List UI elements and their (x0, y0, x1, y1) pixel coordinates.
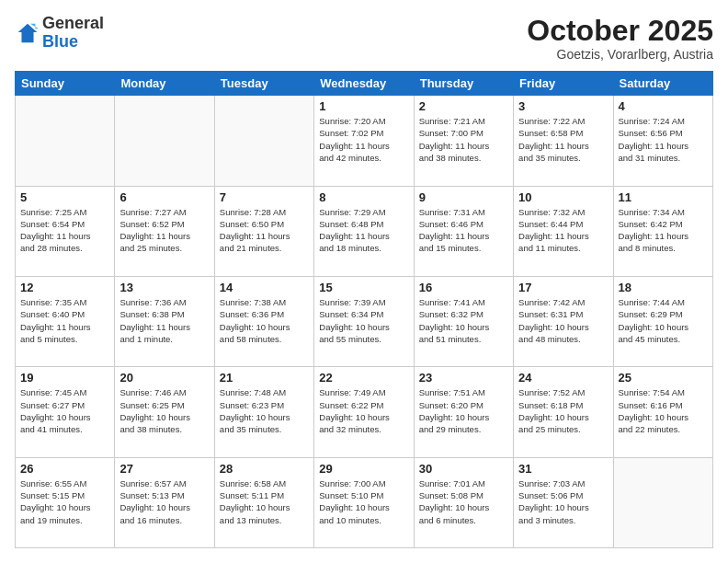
calendar-cell: 27Sunrise: 6:57 AM Sunset: 5:13 PM Dayli… (115, 457, 214, 547)
col-friday: Friday (514, 72, 613, 96)
calendar-cell: 1Sunrise: 7:20 AM Sunset: 7:02 PM Daylig… (314, 96, 414, 186)
calendar-cell: 7Sunrise: 7:28 AM Sunset: 6:50 PM Daylig… (214, 186, 313, 276)
day-info: Sunrise: 7:29 AM Sunset: 6:48 PM Dayligh… (319, 206, 408, 255)
day-number: 11 (619, 190, 708, 204)
calendar-cell (214, 96, 313, 186)
calendar-week-2: 12Sunrise: 7:35 AM Sunset: 6:40 PM Dayli… (16, 276, 713, 366)
svg-marker-0 (18, 24, 38, 43)
col-tuesday: Tuesday (214, 72, 313, 96)
day-number: 14 (220, 281, 309, 294)
col-wednesday: Wednesday (314, 72, 414, 96)
calendar-header-row: Sunday Monday Tuesday Wednesday Thursday… (16, 72, 713, 96)
day-number: 9 (419, 190, 508, 204)
day-number: 31 (518, 462, 608, 476)
calendar-week-3: 19Sunrise: 7:45 AM Sunset: 6:27 PM Dayli… (16, 367, 713, 457)
day-info: Sunrise: 7:34 AM Sunset: 6:42 PM Dayligh… (619, 206, 708, 255)
day-number: 5 (20, 190, 109, 204)
day-number: 21 (220, 371, 309, 385)
calendar-cell: 20Sunrise: 7:46 AM Sunset: 6:25 PM Dayli… (115, 367, 214, 457)
logo: General Blue (15, 15, 104, 52)
col-monday: Monday (115, 72, 214, 96)
day-number: 16 (419, 281, 508, 294)
day-number: 26 (20, 462, 109, 476)
day-number: 13 (119, 281, 209, 294)
calendar-cell: 21Sunrise: 7:48 AM Sunset: 6:23 PM Dayli… (214, 367, 313, 457)
day-info: Sunrise: 7:27 AM Sunset: 6:52 PM Dayligh… (119, 206, 209, 255)
calendar-cell: 30Sunrise: 7:01 AM Sunset: 5:08 PM Dayli… (414, 457, 513, 547)
calendar-cell: 8Sunrise: 7:29 AM Sunset: 6:48 PM Daylig… (314, 186, 414, 276)
day-info: Sunrise: 7:22 AM Sunset: 6:58 PM Dayligh… (518, 115, 608, 164)
day-info: Sunrise: 7:38 AM Sunset: 6:36 PM Dayligh… (220, 296, 309, 345)
calendar-week-0: 1Sunrise: 7:20 AM Sunset: 7:02 PM Daylig… (16, 96, 713, 186)
col-thursday: Thursday (414, 72, 513, 96)
day-info: Sunrise: 7:35 AM Sunset: 6:40 PM Dayligh… (20, 296, 109, 345)
day-number: 17 (518, 281, 608, 294)
logo-icon (15, 20, 40, 46)
day-info: Sunrise: 7:32 AM Sunset: 6:44 PM Dayligh… (518, 206, 608, 255)
calendar-cell: 25Sunrise: 7:54 AM Sunset: 6:16 PM Dayli… (613, 367, 712, 457)
day-number: 27 (119, 462, 209, 476)
calendar-cell: 4Sunrise: 7:24 AM Sunset: 6:56 PM Daylig… (613, 96, 712, 186)
day-info: Sunrise: 7:01 AM Sunset: 5:08 PM Dayligh… (419, 477, 508, 526)
day-number: 10 (518, 190, 608, 204)
calendar-cell: 17Sunrise: 7:42 AM Sunset: 6:31 PM Dayli… (514, 276, 613, 366)
day-info: Sunrise: 6:58 AM Sunset: 5:11 PM Dayligh… (220, 477, 309, 526)
day-number: 2 (419, 99, 508, 113)
day-number: 19 (20, 371, 109, 385)
day-info: Sunrise: 7:44 AM Sunset: 6:29 PM Dayligh… (619, 296, 708, 345)
calendar-table: Sunday Monday Tuesday Wednesday Thursday… (15, 71, 713, 548)
calendar-cell: 29Sunrise: 7:00 AM Sunset: 5:10 PM Dayli… (314, 457, 414, 547)
day-info: Sunrise: 7:48 AM Sunset: 6:23 PM Dayligh… (220, 386, 309, 435)
day-info: Sunrise: 7:20 AM Sunset: 7:02 PM Dayligh… (319, 115, 408, 164)
calendar-cell: 2Sunrise: 7:21 AM Sunset: 7:00 PM Daylig… (414, 96, 513, 186)
calendar-cell: 9Sunrise: 7:31 AM Sunset: 6:46 PM Daylig… (414, 186, 513, 276)
day-info: Sunrise: 7:36 AM Sunset: 6:38 PM Dayligh… (119, 296, 209, 345)
calendar-cell (115, 96, 214, 186)
calendar-cell: 26Sunrise: 6:55 AM Sunset: 5:15 PM Dayli… (16, 457, 115, 547)
day-info: Sunrise: 7:31 AM Sunset: 6:46 PM Dayligh… (419, 206, 508, 255)
day-info: Sunrise: 7:03 AM Sunset: 5:06 PM Dayligh… (518, 477, 608, 526)
day-number: 29 (319, 462, 408, 476)
calendar-cell: 12Sunrise: 7:35 AM Sunset: 6:40 PM Dayli… (16, 276, 115, 366)
day-number: 12 (20, 281, 109, 294)
calendar-cell: 24Sunrise: 7:52 AM Sunset: 6:18 PM Dayli… (514, 367, 613, 457)
day-info: Sunrise: 7:39 AM Sunset: 6:34 PM Dayligh… (319, 296, 408, 345)
header: General Blue October 2025 Goetzis, Vorar… (15, 15, 713, 62)
calendar-week-1: 5Sunrise: 7:25 AM Sunset: 6:54 PM Daylig… (16, 186, 713, 276)
calendar-cell: 15Sunrise: 7:39 AM Sunset: 6:34 PM Dayli… (314, 276, 414, 366)
day-info: Sunrise: 6:55 AM Sunset: 5:15 PM Dayligh… (20, 477, 109, 526)
day-info: Sunrise: 7:52 AM Sunset: 6:18 PM Dayligh… (518, 386, 608, 435)
calendar-cell: 22Sunrise: 7:49 AM Sunset: 6:22 PM Dayli… (314, 367, 414, 457)
calendar-cell: 16Sunrise: 7:41 AM Sunset: 6:32 PM Dayli… (414, 276, 513, 366)
day-info: Sunrise: 7:51 AM Sunset: 6:20 PM Dayligh… (419, 386, 508, 435)
day-info: Sunrise: 7:25 AM Sunset: 6:54 PM Dayligh… (20, 206, 109, 255)
day-info: Sunrise: 6:57 AM Sunset: 5:13 PM Dayligh… (119, 477, 209, 526)
calendar-cell: 5Sunrise: 7:25 AM Sunset: 6:54 PM Daylig… (16, 186, 115, 276)
calendar-cell: 13Sunrise: 7:36 AM Sunset: 6:38 PM Dayli… (115, 276, 214, 366)
title-block: October 2025 Goetzis, Vorarlberg, Austri… (527, 15, 713, 62)
calendar-cell (16, 96, 115, 186)
day-number: 4 (619, 99, 708, 113)
day-number: 23 (419, 371, 508, 385)
calendar-cell: 14Sunrise: 7:38 AM Sunset: 6:36 PM Dayli… (214, 276, 313, 366)
month-title: October 2025 (527, 15, 713, 47)
day-info: Sunrise: 7:54 AM Sunset: 6:16 PM Dayligh… (619, 386, 708, 435)
calendar-cell: 11Sunrise: 7:34 AM Sunset: 6:42 PM Dayli… (613, 186, 712, 276)
day-number: 6 (119, 190, 209, 204)
day-info: Sunrise: 7:28 AM Sunset: 6:50 PM Dayligh… (220, 206, 309, 255)
calendar-cell (613, 457, 712, 547)
location: Goetzis, Vorarlberg, Austria (527, 47, 713, 62)
logo-text: General Blue (42, 15, 104, 52)
calendar-cell: 19Sunrise: 7:45 AM Sunset: 6:27 PM Dayli… (16, 367, 115, 457)
calendar-cell: 28Sunrise: 6:58 AM Sunset: 5:11 PM Dayli… (214, 457, 313, 547)
calendar-cell: 18Sunrise: 7:44 AM Sunset: 6:29 PM Dayli… (613, 276, 712, 366)
day-info: Sunrise: 7:45 AM Sunset: 6:27 PM Dayligh… (20, 386, 109, 435)
day-info: Sunrise: 7:41 AM Sunset: 6:32 PM Dayligh… (419, 296, 508, 345)
day-number: 18 (619, 281, 708, 294)
day-number: 15 (319, 281, 408, 294)
day-number: 3 (518, 99, 608, 113)
day-number: 22 (319, 371, 408, 385)
day-number: 30 (419, 462, 508, 476)
calendar-week-4: 26Sunrise: 6:55 AM Sunset: 5:15 PM Dayli… (16, 457, 713, 547)
col-sunday: Sunday (16, 72, 115, 96)
